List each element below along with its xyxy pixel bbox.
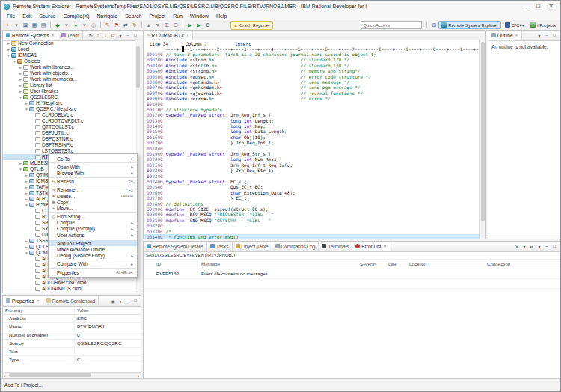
tab-remote-system-details[interactable]: Remote System Details xyxy=(144,242,207,251)
property-row-number-of-children[interactable]: Number of children0 xyxy=(3,331,141,340)
menu-run[interactable]: Run xyxy=(169,13,186,19)
perspective-c-c[interactable]: C/C++ xyxy=(503,22,527,28)
menu-item-copy[interactable]: ▣Copy xyxy=(49,199,137,205)
tab-remote-scratchpad[interactable]: Remote Scratchpad xyxy=(43,296,99,305)
twisty-icon[interactable]: ▸ xyxy=(24,100,29,106)
code-line[interactable]: 001100 // structure typedefs xyxy=(147,107,480,112)
close-tab-icon[interactable]: ✕ xyxy=(37,298,40,303)
code-line[interactable]: 000300 #include <stdlib.h> // standard I… xyxy=(147,63,480,68)
view-menu-icon[interactable]: ▾ xyxy=(117,298,123,304)
code-line[interactable]: 003000 #define RCV_MSGQ "*REQUESTER *LIB… xyxy=(147,212,480,217)
editor-code-area[interactable]: 000100 // take 2 parameters, first is a … xyxy=(144,52,480,239)
link-editor-icon[interactable]: ⇄ xyxy=(529,244,535,249)
tab-object-table[interactable]: Object Table xyxy=(233,242,272,251)
code-line[interactable]: 000700 #include <qmhsndpm.h> // send pgm… xyxy=(147,85,480,90)
tree-item-h-file-pf-src[interactable]: ▸H.*file.pf-src xyxy=(3,100,135,106)
code-line[interactable]: 001800 xyxy=(147,146,480,151)
open-perspective-icon[interactable]: ⊞ xyxy=(432,22,436,28)
bookmark-icon[interactable]: ⚑ xyxy=(113,22,120,29)
property-row-type[interactable]: TypeC xyxy=(3,356,141,364)
menu-item-delete[interactable]: ✕Delete...Delete xyxy=(49,193,137,199)
twisty-icon[interactable]: ▾ xyxy=(24,106,29,112)
twisty-icon[interactable]: ▾ xyxy=(24,202,29,208)
minimize-button[interactable]: – xyxy=(519,3,532,10)
twisty-icon[interactable]: ▾ xyxy=(12,58,17,64)
code-line[interactable]: 001200 typedef _Packed struct Jrn_Req_In… xyxy=(147,112,480,117)
run-menu-icon[interactable]: ▾ xyxy=(81,22,88,29)
tree-item-objects[interactable]: ▾Objects xyxy=(3,58,135,64)
twisty-icon[interactable]: ▸ xyxy=(18,70,23,76)
error-list-row[interactable]: EVFP5132Event file contains no messages. xyxy=(144,269,560,279)
menu-item-make-available-offline[interactable]: Make Available Offline xyxy=(49,246,137,252)
twisty-icon[interactable]: ▸ xyxy=(18,82,23,88)
view-menu-icon[interactable]: ▾ xyxy=(536,244,542,249)
tab-terminals[interactable]: Terminals xyxy=(319,242,352,251)
quick-access-input[interactable] xyxy=(361,21,422,29)
scrollbar-thumb[interactable] xyxy=(481,42,485,221)
twisty-icon[interactable]: ▸ xyxy=(6,46,11,52)
menu-file[interactable]: File xyxy=(3,13,19,19)
code-line[interactable]: 001500 long int Data_Length; xyxy=(147,129,480,134)
code-line[interactable]: 002300 xyxy=(147,174,480,179)
code-line[interactable]: 001400 long int Key; xyxy=(147,123,480,129)
twisty-icon[interactable]: ▸ xyxy=(24,190,29,196)
code-line[interactable]: 000100 // take 2 parameters, first is a … xyxy=(147,52,480,57)
save-all-icon[interactable]: ▦ xyxy=(31,22,38,29)
tree-item-qttoollst-c[interactable]: QTTOOLLST.c xyxy=(3,124,135,130)
tab-rtvjrnobj-c[interactable]: ✎RTVJRNOBJ.c✕ xyxy=(144,31,193,40)
twisty-icon[interactable]: ▸ xyxy=(18,88,23,94)
column-header-line[interactable]: Line xyxy=(386,260,407,269)
prev-annotation-icon[interactable]: ▼ xyxy=(154,22,162,29)
debug-icon[interactable]: ◆ xyxy=(54,22,61,29)
twisty-icon[interactable]: ▸ xyxy=(24,238,29,244)
code-line[interactable]: 000900 #include <errno.h> // errno */ xyxy=(147,96,480,101)
close-tab-icon[interactable]: ✕ xyxy=(186,33,189,37)
column-header-severity[interactable]: Severity xyxy=(358,260,386,269)
minimize-icon[interactable]: – xyxy=(125,298,131,304)
tab-properties[interactable]: Properties✕ xyxy=(3,296,43,305)
editor-vertical-scrollbar[interactable] xyxy=(479,40,485,239)
perspective-i-projects[interactable]: i Projects xyxy=(528,22,558,28)
code-line[interactable]: 001300 long int Length; xyxy=(147,118,480,123)
twisty-icon[interactable]: ▾ xyxy=(18,94,23,100)
twisty-icon[interactable]: ▸ xyxy=(18,64,23,70)
up-icon[interactable]: ↑ xyxy=(95,33,101,38)
menu-item-refresh[interactable]: ↻RefreshF5 xyxy=(49,179,137,185)
tab-commands-log[interactable]: Commands Log xyxy=(272,242,319,251)
maximize-icon[interactable]: □ xyxy=(551,244,557,249)
column-header-location[interactable]: Location xyxy=(407,260,485,269)
twisty-icon[interactable]: ▸ xyxy=(24,172,29,178)
refresh-icon[interactable]: ↻ xyxy=(131,22,138,29)
property-row-text[interactable]: Text xyxy=(3,348,141,356)
tree-item-user-libraries[interactable]: ▸User libraries xyxy=(3,88,135,94)
code-line[interactable]: 003300 /* xyxy=(147,229,480,234)
twisty-icon[interactable]: ▸ xyxy=(24,244,29,250)
maximize-icon[interactable]: □ xyxy=(132,298,138,304)
menu-item-properties[interactable]: PropertiesAlt+Enter xyxy=(49,269,137,275)
code-line[interactable]: 001000 xyxy=(147,102,480,107)
pin-icon[interactable]: ◉ xyxy=(110,298,116,304)
menu-item-open-with[interactable]: Open With▸ xyxy=(49,164,137,170)
next-annotation-icon[interactable]: ▲ xyxy=(145,22,153,29)
tree-item-library-list[interactable]: ▸Library list xyxy=(3,82,135,88)
twisty-icon[interactable]: ▸ xyxy=(6,40,11,46)
code-line[interactable]: 002400 typedef _Packed struct EC_s { xyxy=(147,179,480,184)
column-header-message[interactable]: Message xyxy=(199,260,358,269)
property-row-name[interactable]: NameRTVJRNOBJ xyxy=(3,323,141,331)
run-last-icon[interactable]: ▶ xyxy=(195,22,203,29)
menu-navigate[interactable]: Navigate xyxy=(94,13,122,19)
scrollbar-thumb[interactable] xyxy=(9,373,91,377)
twisty-icon[interactable]: ▸ xyxy=(24,196,29,202)
twisty-icon[interactable]: ▸ xyxy=(18,160,23,166)
code-line[interactable]: 000500 #include <qusec.h> // error code … xyxy=(147,74,480,79)
close-button[interactable]: ✕ xyxy=(545,3,557,10)
tree-item-qssilesrc[interactable]: ▾QSSILESRC xyxy=(3,94,135,100)
menu-search[interactable]: Search xyxy=(121,13,145,19)
menu-compile-x[interactable]: Compile(X) xyxy=(60,13,94,19)
menu-item-user-actions[interactable]: User Actions▸ xyxy=(49,232,137,238)
code-line[interactable]: 000800 #include <qjournal.h> // journal … xyxy=(147,91,480,96)
property-row-source[interactable]: SourceQSSILESRC/QCSRC xyxy=(3,340,141,348)
clear-markers-icon[interactable]: ✕ xyxy=(514,244,520,249)
tree-item-addiaimilis-cmd[interactable]: ADDIAIMILIS.cmd xyxy=(3,286,135,292)
tab-remote-systems[interactable]: Remote Systems✕ xyxy=(3,31,58,40)
